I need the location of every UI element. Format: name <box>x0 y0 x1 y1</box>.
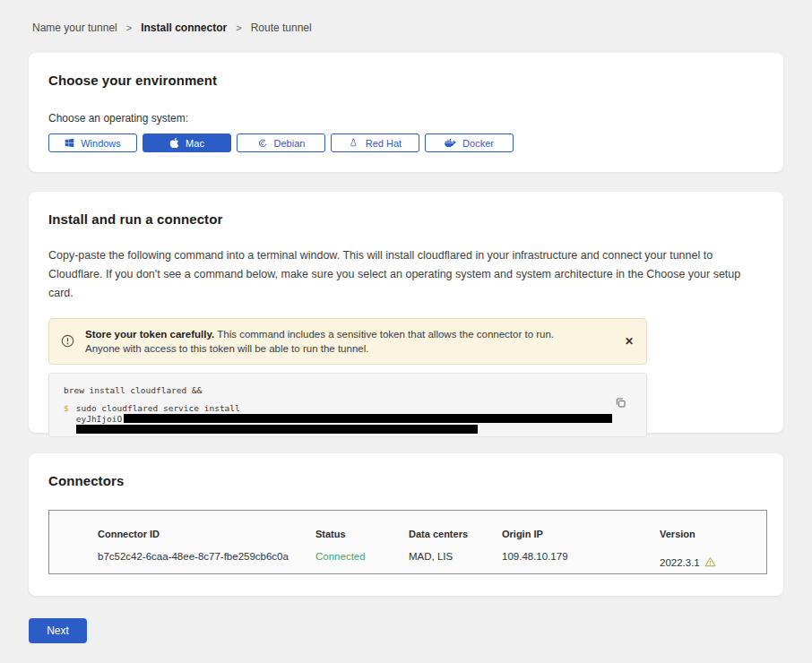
shell-prompt: $ <box>64 403 69 434</box>
connector-version-value: 2022.3.1 <box>660 551 766 573</box>
debian-icon <box>257 138 268 149</box>
choose-environment-card: Choose your environment Choose an operat… <box>29 53 783 172</box>
breadcrumb-name-your-tunnel[interactable]: Name your tunnel <box>32 22 117 34</box>
token-warning-text: Store your token carefully. This command… <box>85 327 583 356</box>
close-icon: ✕ <box>625 335 634 348</box>
column-header-connector-id: Connector ID <box>98 529 315 551</box>
apple-icon <box>169 137 179 149</box>
banner-close-button[interactable]: ✕ <box>625 336 634 347</box>
os-button-label: Windows <box>81 138 121 149</box>
connectors-card-title: Connectors <box>48 473 764 488</box>
install-connector-card: Install and run a connector Copy-paste t… <box>29 192 783 433</box>
breadcrumb-separator: > <box>236 22 241 33</box>
os-select-label: Choose an operating system: <box>48 112 764 125</box>
docker-icon <box>445 138 456 148</box>
breadcrumb: Name your tunnel > Install connector > R… <box>0 0 812 34</box>
column-header-version: Version <box>660 529 766 551</box>
breadcrumb-route-tunnel[interactable]: Route tunnel <box>251 22 312 34</box>
breadcrumb-separator: > <box>126 22 132 33</box>
install-instructions: Copy-paste the following command into a … <box>48 246 761 303</box>
os-button-docker[interactable]: Docker <box>425 133 514 152</box>
redacted-token-bar <box>124 414 612 423</box>
os-button-label: Mac <box>186 138 204 149</box>
token-prefix: eyJhIjoiO <box>76 414 122 425</box>
environment-card-title: Choose your environment <box>48 73 764 88</box>
column-header-data-centers: Data centers <box>409 529 502 551</box>
alert-circle-icon <box>61 334 74 351</box>
next-button[interactable]: Next <box>29 618 87 643</box>
connector-data-centers-value: MAD, LIS <box>409 551 502 573</box>
os-button-group: Windows Mac Debian Red Hat Docker <box>48 133 764 152</box>
connectors-card: Connectors Connector ID Status Data cent… <box>29 453 783 596</box>
breadcrumb-install-connector[interactable]: Install connector <box>141 22 227 34</box>
code-line-sudo: sudo cloudflared service install <box>76 403 612 414</box>
os-button-label: Docker <box>462 138 494 149</box>
os-button-redhat[interactable]: Red Hat <box>331 133 419 152</box>
column-header-status: Status <box>315 529 409 551</box>
token-warning-title: Store your token carefully. <box>85 329 214 340</box>
connector-id-value: b7c52c42-6caa-48ee-8c77-fbe259cb6c0a <box>98 551 315 573</box>
os-button-label: Red Hat <box>366 138 402 149</box>
os-button-debian[interactable]: Debian <box>237 133 325 152</box>
install-card-title: Install and run a connector <box>48 211 764 227</box>
windows-icon <box>65 138 74 148</box>
warning-triangle-icon <box>704 556 716 569</box>
connector-status-value: Connected <box>315 551 409 573</box>
os-button-windows[interactable]: Windows <box>48 133 137 152</box>
code-line-brew: brew install cloudflared && <box>64 385 632 395</box>
connectors-table: Connector ID Status Data centers Origin … <box>48 510 767 574</box>
column-header-origin-ip: Origin IP <box>502 529 660 551</box>
connector-origin-ip-value: 109.48.10.179 <box>502 551 660 573</box>
copy-command-button[interactable] <box>615 397 626 411</box>
redhat-icon <box>349 138 359 149</box>
os-button-mac[interactable]: Mac <box>143 133 231 152</box>
copy-icon <box>615 398 626 411</box>
install-command-codeblock: brew install cloudflared && $ sudo cloud… <box>48 373 647 437</box>
version-number: 2022.3.1 <box>660 557 700 568</box>
redacted-token-bar <box>76 425 478 434</box>
token-warning-banner: Store your token carefully. This command… <box>48 318 647 365</box>
os-button-label: Debian <box>274 138 306 149</box>
